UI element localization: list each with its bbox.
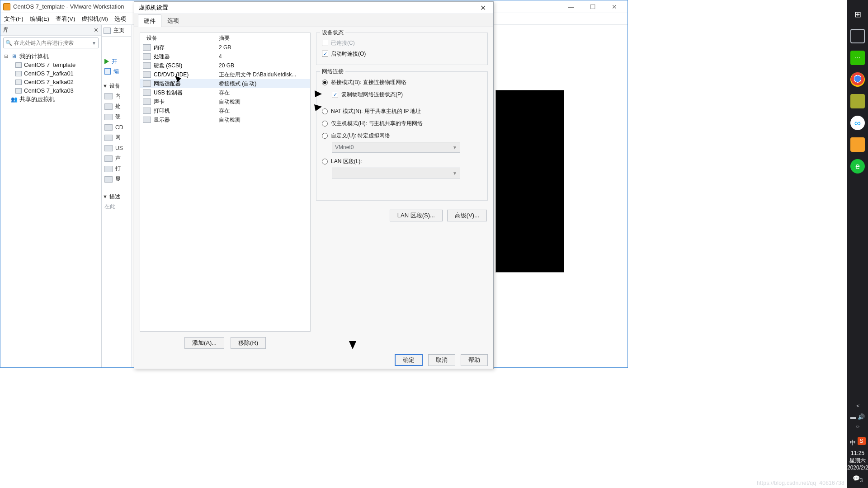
remove-hardware-button[interactable]: 移除(R) — [231, 337, 266, 349]
ime-indicator[interactable]: 中 — [850, 439, 856, 447]
menu-edit[interactable]: 编辑(E) — [30, 15, 49, 23]
tab-options[interactable]: 选项 — [161, 14, 185, 27]
radio-bridge[interactable] — [322, 80, 328, 85]
chrome-icon[interactable] — [850, 72, 865, 87]
opt-hostonly[interactable]: 仅主机模式(H): 与主机共享的专用网络 — [322, 117, 482, 130]
hw-display[interactable]: 显示器自动检测 — [140, 115, 310, 124]
search-input[interactable] — [14, 40, 92, 46]
menu-file[interactable]: 文件(F) — [4, 15, 24, 23]
search-dropdown-icon[interactable]: ▼ — [92, 41, 96, 46]
library-close-icon[interactable]: ✕ — [94, 27, 99, 33]
baidu-netdisk-icon[interactable]: ∞ — [850, 116, 865, 130]
dev-cpu[interactable]: 处 — [102, 101, 131, 112]
cpu-icon — [143, 53, 151, 60]
tree-vm-kafka01[interactable]: CentOS 7_kafka01 — [14, 69, 101, 78]
tree-vm-kafka02[interactable]: CentOS 7_kafka02 — [14, 78, 101, 86]
tree-vm-template[interactable]: CentOS 7_template — [14, 61, 101, 69]
cancel-button[interactable]: 取消 — [428, 354, 455, 366]
dev-disk[interactable]: 硬 — [102, 112, 131, 122]
tab-hardware[interactable]: 硬件 — [138, 14, 161, 27]
tree-shared-vms[interactable]: 👥 共享的虚拟机 — [2, 95, 101, 103]
battery-icon[interactable]: ▬ 🔊 — [850, 413, 865, 420]
hw-cd[interactable]: CD/DVD (IDE)正在使用文件 D:\BaiduNetdisk... — [140, 70, 310, 79]
notepad-icon[interactable] — [850, 94, 865, 108]
opt-bridge[interactable]: 桥接模式(B): 直接连接物理网络 — [322, 76, 482, 89]
label-nat: NAT 模式(N): 用于共享主机的 IP 地址 — [331, 108, 421, 115]
vmware-icon[interactable] — [850, 137, 865, 152]
hw-usb[interactable]: USB 控制器存在 — [140, 88, 310, 97]
opt-custom[interactable]: 自定义(U): 特定虚拟网络 — [322, 130, 482, 142]
cd-icon — [143, 71, 151, 78]
tray-expand-icon[interactable]: ＜ — [855, 402, 861, 410]
checkbox-connect-at-power-on[interactable]: ✓ — [322, 51, 328, 57]
action-power-on[interactable]: 开 — [102, 56, 131, 66]
maximize-button[interactable]: ☐ — [586, 3, 599, 10]
hw-cpu[interactable]: 处理器4 — [140, 52, 310, 61]
dev-cd[interactable]: CD — [102, 122, 131, 132]
disk-icon — [104, 114, 113, 120]
radio-lan[interactable] — [322, 159, 328, 164]
dev-net[interactable]: 网 — [102, 132, 131, 143]
ok-button[interactable]: 确定 — [395, 354, 423, 366]
menu-vm[interactable]: 虚拟机(M) — [81, 15, 108, 23]
group-title-state: 设备状态 — [320, 29, 345, 37]
hw-disk[interactable]: 硬盘 (SCSI)20 GB — [140, 61, 310, 70]
dialog-close-icon[interactable]: ✕ — [477, 4, 489, 12]
custom-network-value: VMnet0 — [335, 144, 354, 150]
menu-view[interactable]: 查看(V) — [56, 15, 75, 23]
tree-vm-kafka03[interactable]: CentOS 7_kafka03 — [14, 86, 101, 95]
dialog-titlebar: 虚拟机设置 ✕ — [134, 2, 493, 14]
advanced-button[interactable]: 高级(V)... — [447, 210, 487, 221]
dev-usb[interactable]: US — [102, 143, 131, 153]
dev-sound[interactable]: 声 — [102, 153, 131, 164]
hardware-detail-panel: 设备状态 已连接(C) ✓ 启动时连接(O) 网络连接 桥接模式(B): 直接连… — [316, 33, 488, 365]
radio-custom[interactable] — [322, 133, 328, 139]
edit-icon — [104, 68, 111, 75]
action-center-icon[interactable]: 💬3 — [853, 475, 863, 483]
home-icon — [104, 28, 111, 34]
help-button[interactable]: 帮助 — [461, 354, 488, 366]
chk-connect-on-row[interactable]: ✓ 启动时连接(O) — [322, 48, 482, 59]
dev-display[interactable]: 显 — [102, 174, 131, 184]
vm-icon — [15, 80, 22, 85]
menu-extra[interactable]: 选项 — [114, 15, 126, 23]
shared-icon: 👥 — [10, 96, 18, 103]
display-icon — [104, 176, 113, 183]
hw-memory[interactable]: 内存2 GB — [140, 43, 310, 52]
hw-printer[interactable]: 打印机存在 — [140, 106, 310, 115]
hw-network[interactable]: 网络适配器桥接模式 (自动) — [140, 79, 310, 88]
tree-my-computer[interactable]: ⊟ 🖥 我的计算机 — [2, 52, 101, 61]
chk-replicate-row[interactable]: ✓ 复制物理网络连接状态(P) — [322, 89, 482, 101]
hardware-grid[interactable]: 设备 摘要 内存2 GB 处理器4 硬盘 (SCSI)20 GB CD/DVD … — [140, 33, 311, 332]
360-icon[interactable]: e — [850, 159, 865, 174]
checkbox-replicate[interactable]: ✓ — [332, 92, 338, 98]
lan-segments-button[interactable]: LAN 区段(S)... — [390, 210, 443, 221]
clock[interactable]: 11:25 星期六 2020/2/22 — [847, 450, 868, 472]
sogou-icon[interactable]: S — [858, 437, 866, 445]
group-title-net: 网络连接 — [320, 68, 345, 75]
dev-memory[interactable]: 内 — [102, 91, 131, 101]
radio-hostonly[interactable] — [322, 121, 328, 127]
action-edit-settings[interactable]: 编 — [102, 66, 131, 76]
add-hardware-button[interactable]: 添加(A)... — [184, 337, 224, 349]
start-button[interactable]: ⊞ — [850, 7, 865, 22]
devices-section-header[interactable]: ▼设备 — [102, 81, 131, 91]
vm-icon — [15, 62, 22, 68]
opt-lan[interactable]: LAN 区段(L): — [322, 155, 482, 168]
task-view-icon[interactable] — [850, 29, 865, 43]
group-device-state: 设备状态 已连接(C) ✓ 启动时连接(O) — [316, 33, 488, 65]
radio-nat[interactable] — [322, 108, 328, 114]
tab-home[interactable]: 主页 — [113, 27, 124, 34]
close-button[interactable]: ✕ — [608, 3, 621, 10]
library-search[interactable]: 🔍 ▼ — [3, 38, 99, 48]
hw-sound[interactable]: 声卡自动检测 — [140, 97, 310, 106]
minimize-button[interactable]: — — [564, 3, 578, 10]
dev-printer[interactable]: 打 — [102, 164, 131, 174]
checkbox-connected — [322, 40, 328, 46]
clock-date: 2020/2/22 — [847, 464, 868, 471]
sound-icon — [143, 99, 151, 105]
wifi-icon[interactable]: ⌔ — [856, 424, 859, 431]
wechat-icon[interactable]: ⋯ — [850, 51, 865, 65]
opt-nat[interactable]: NAT 模式(N): 用于共享主机的 IP 地址 — [322, 105, 482, 117]
description-section-header[interactable]: ▼描述 — [102, 192, 131, 202]
